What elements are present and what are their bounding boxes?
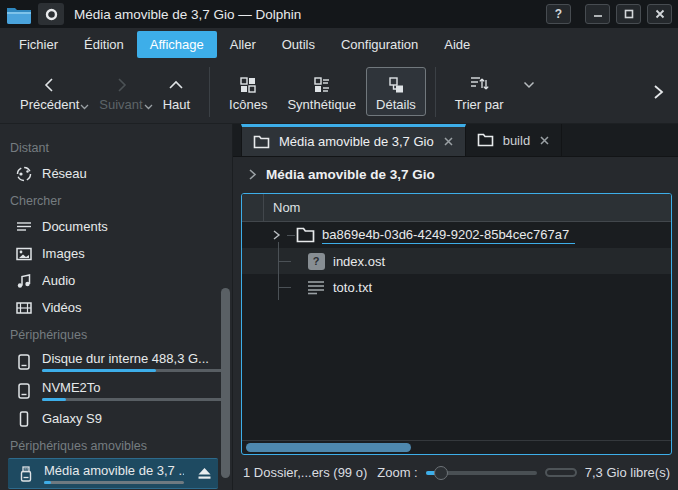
chevron-down-icon [144, 104, 153, 110]
status-summary: 1 Dossier,...ers (99 o) [243, 465, 367, 480]
network-icon [14, 164, 33, 183]
circle-badge-icon [45, 8, 58, 21]
toolbar-overflow-button[interactable] [652, 83, 668, 101]
toolbar-separator [435, 67, 436, 117]
section-chercher: Chercher [0, 187, 232, 213]
breadcrumb-location[interactable]: Média amovible de 3,7 Gio [266, 167, 435, 182]
compact-view-button[interactable]: Synthétique [277, 67, 366, 116]
horizontal-scrollbar[interactable] [242, 440, 671, 454]
folder-icon [253, 135, 270, 149]
sidebar-item-reseau[interactable]: Réseau [0, 160, 232, 187]
minimize-button[interactable] [585, 4, 610, 24]
dolphin-app-icon [6, 4, 32, 24]
sidebar-item-videos[interactable]: Vidéos [0, 294, 232, 321]
forward-label: Suivant [99, 98, 142, 111]
breadcrumb[interactable]: Média amovible de 3,7 Gio [233, 157, 678, 192]
window-menu-button[interactable] [38, 3, 64, 25]
smartphone-icon [14, 409, 33, 428]
menubar: Fichier Édition Affichage Aller Outils C… [0, 28, 678, 60]
usb-drive-icon [16, 464, 35, 483]
eject-icon [197, 467, 212, 480]
sidebar-item-media-amovible[interactable]: Média amovible de 3,7 ... [8, 458, 218, 489]
tab-close-button[interactable] [539, 135, 550, 146]
column-header-row: Nom [242, 194, 671, 222]
dolphin-window: Média amovible de 3,7 Gio — Dolphin ? Fi… [0, 0, 678, 490]
column-header-nom[interactable]: Nom [264, 200, 300, 215]
tab-media-amovible[interactable]: Média amovible de 3,7 Gio [241, 124, 466, 156]
menu-fichier[interactable]: Fichier [6, 31, 71, 58]
toolbar-separator [209, 67, 210, 117]
section-distant: Distant [0, 134, 232, 160]
file-name[interactable]: toto.txt [333, 280, 372, 295]
maximize-button[interactable] [616, 4, 641, 24]
menu-configuration[interactable]: Configuration [328, 31, 431, 58]
text-file-icon [306, 278, 326, 296]
file-name[interactable]: index.ost [333, 254, 385, 269]
help-button[interactable]: ? [546, 4, 571, 24]
chevron-down-icon [80, 104, 89, 110]
sidebar-item-label: NVME2To [42, 380, 226, 395]
sidebar-scrollbar[interactable] [221, 288, 230, 478]
sidebar-item-galaxy-s9[interactable]: Galaxy S9 [0, 405, 232, 432]
menu-outils[interactable]: Outils [269, 31, 328, 58]
sidebar-item-nvme2to[interactable]: NVME2To [0, 376, 232, 405]
sidebar-item-documents[interactable]: Documents [0, 213, 232, 240]
details-view-button[interactable]: Détails [366, 67, 426, 116]
zoom-slider[interactable] [426, 465, 538, 481]
file-rows: ba869e4b-03d6-4249-9202-85b4cec767a7 ? i… [242, 222, 671, 440]
sidebar-item-images[interactable]: Images [0, 240, 232, 267]
up-button[interactable]: Haut [153, 67, 200, 116]
icons-view-button[interactable]: Icônes [219, 67, 277, 116]
menu-affichage[interactable]: Affichage [137, 31, 217, 58]
horizontal-scrollbar-handle[interactable] [246, 443, 411, 452]
menu-aller[interactable]: Aller [217, 31, 269, 58]
compact-view-icon [313, 72, 331, 94]
file-name[interactable]: ba869e4b-03d6-4249-9202-85b4cec767a7 [322, 227, 575, 244]
music-note-icon [14, 271, 33, 290]
back-label: Précédent [20, 98, 79, 111]
close-icon [655, 9, 665, 19]
places-panel: Distant Réseau Chercher [0, 124, 233, 490]
section-peripheriques-amovibles: Périphériques amovibles [0, 432, 232, 458]
chevron-down-icon[interactable] [523, 81, 535, 89]
file-row-toto-txt[interactable]: toto.txt [242, 274, 671, 300]
icons-view-label: Icônes [229, 98, 267, 111]
sidebar-item-disque-dur[interactable]: Disque dur interne 488,3 G... [0, 347, 232, 376]
disk-usage-bar [44, 481, 184, 484]
sidebar-item-label: Vidéos [42, 300, 226, 315]
unknown-file-icon: ? [306, 252, 326, 270]
sort-by-button[interactable]: Trier par [445, 67, 514, 116]
menu-aide[interactable]: Aide [431, 31, 483, 58]
chevron-right-icon [652, 83, 664, 101]
tab-close-button[interactable] [443, 136, 454, 147]
sidebar-item-label: Galaxy S9 [42, 411, 226, 426]
expander-chevron-icon[interactable] [272, 229, 284, 241]
file-row-index-ost[interactable]: ? index.ost [242, 248, 671, 274]
column-header-corner [242, 194, 264, 221]
main-area: Média amovible de 3,7 Gio build [233, 124, 678, 490]
sidebar-item-audio[interactable]: Audio [0, 267, 232, 294]
close-icon [443, 136, 454, 147]
menu-edition[interactable]: Édition [71, 31, 137, 58]
back-button[interactable]: Précédent [10, 67, 89, 116]
chevron-right-icon [248, 168, 257, 181]
file-row-folder[interactable]: ba869e4b-03d6-4249-9202-85b4cec767a7 [242, 222, 671, 248]
close-button[interactable] [647, 4, 672, 24]
folder-icon [477, 133, 494, 147]
zoom-slider-handle[interactable] [434, 466, 448, 480]
sidebar-item-label: Images [42, 246, 226, 261]
free-space-label: 7,3 Gio libre(s) [585, 465, 670, 480]
statusbar: 1 Dossier,...ers (99 o) Zoom : 7,3 Gio l… [233, 455, 678, 490]
maximize-icon [624, 9, 634, 19]
file-view-panel: Nom ba869e4b-03d6-4249-9202-85b4cec767a7 [241, 193, 672, 455]
tab-label: Média amovible de 3,7 Gio [279, 134, 434, 149]
eject-button[interactable] [197, 467, 212, 480]
chevron-up-icon [167, 72, 185, 94]
film-icon [14, 298, 33, 317]
forward-button[interactable]: Suivant [89, 67, 152, 116]
disk-usage-bar [42, 369, 226, 372]
chevron-left-icon [41, 72, 59, 94]
toolbar: Précédent Suivant Haut [0, 60, 678, 124]
window-title: Média amovible de 3,7 Gio — Dolphin [74, 7, 540, 22]
tab-build[interactable]: build [466, 124, 562, 156]
